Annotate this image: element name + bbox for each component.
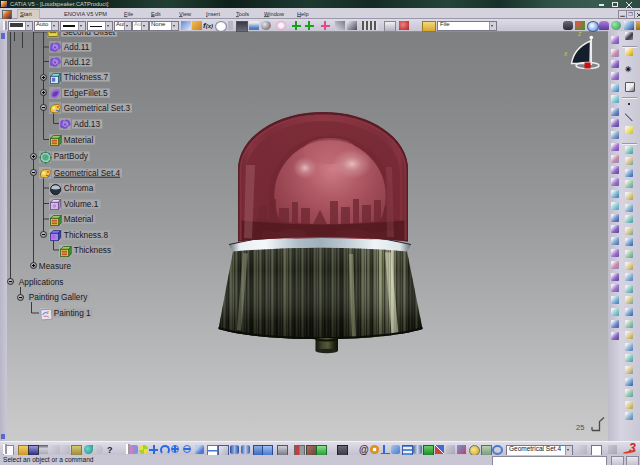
svg-text:x: x <box>563 50 568 57</box>
svg-text:25: 25 <box>576 423 584 432</box>
